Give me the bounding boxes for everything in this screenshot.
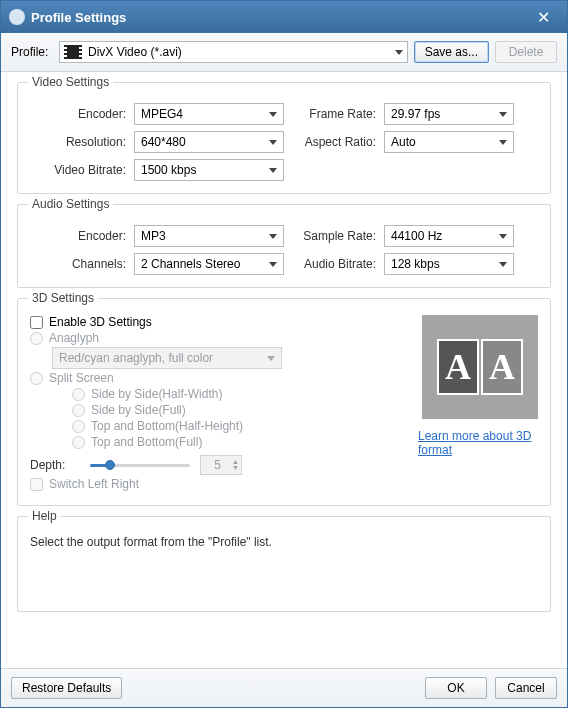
content-area: Video Settings Encoder: MPEG4 Frame Rate…	[1, 72, 567, 668]
sbs-full-radio: Side by Side(Full)	[72, 403, 402, 417]
tab-half-label: Top and Bottom(Half-Height)	[91, 419, 243, 433]
audio-encoder-combo[interactable]: MP3	[134, 225, 284, 247]
save-as-label: Save as...	[425, 45, 478, 59]
tab-half-input	[72, 420, 85, 433]
ok-label: OK	[447, 681, 464, 695]
profile-toolbar: Profile: DivX Video (*.avi) Save as... D…	[1, 33, 567, 72]
resolution-value: 640*480	[141, 135, 263, 149]
help-legend: Help	[28, 509, 61, 523]
aspect-combo[interactable]: Auto	[384, 131, 514, 153]
samplerate-label: Sample Rate:	[292, 229, 376, 243]
vbitrate-label: Video Bitrate:	[30, 163, 126, 177]
preview-a-left: A	[437, 339, 479, 395]
profile-select[interactable]: DivX Video (*.avi)	[59, 41, 408, 63]
sbs-half-label: Side by Side(Half-Width)	[91, 387, 222, 401]
ok-button[interactable]: OK	[425, 677, 487, 699]
restore-label: Restore Defaults	[22, 681, 111, 695]
audio-encoder-label: Encoder:	[30, 229, 126, 243]
enable-3d-label: Enable 3D Settings	[49, 315, 152, 329]
audio-settings-group: Audio Settings Encoder: MP3 Sample Rate:…	[17, 204, 551, 288]
video-encoder-combo[interactable]: MPEG4	[134, 103, 284, 125]
spinner-arrows: ▲▼	[232, 459, 239, 471]
app-icon	[9, 9, 25, 25]
depth-row: Depth: 5 ▲▼	[30, 455, 402, 475]
depth-slider[interactable]	[90, 457, 190, 473]
anaglyph-option: Red/cyan anaglyph, full color	[59, 351, 261, 365]
vbitrate-value: 1500 kbps	[141, 163, 263, 177]
sbs-full-input	[72, 404, 85, 417]
channels-combo[interactable]: 2 Channels Stereo	[134, 253, 284, 275]
framerate-value: 29.97 fps	[391, 107, 493, 121]
chevron-down-icon	[269, 168, 277, 173]
anaglyph-radio-input	[30, 332, 43, 345]
depth-value: 5	[203, 458, 232, 472]
chevron-down-icon	[499, 140, 507, 145]
split-radio: Split Screen	[30, 371, 402, 385]
depth-label: Depth:	[30, 458, 80, 472]
enable-3d-checkbox[interactable]	[30, 316, 43, 329]
cancel-button[interactable]: Cancel	[495, 677, 557, 699]
chevron-down-icon	[499, 112, 507, 117]
video-encoder-label: Encoder:	[30, 107, 126, 121]
anaglyph-option-wrap: Red/cyan anaglyph, full color	[52, 347, 402, 369]
anaglyph-radio: Anaglyph	[30, 331, 402, 345]
profile-label: Profile:	[11, 45, 53, 59]
learn-more-link[interactable]: Learn more about 3D format	[418, 429, 538, 457]
audio-encoder-value: MP3	[141, 229, 263, 243]
preview-a-right: A	[481, 339, 523, 395]
avi-icon	[64, 45, 82, 59]
video-legend: Video Settings	[28, 75, 113, 89]
three-d-settings-group: 3D Settings Enable 3D Settings Anaglyph …	[17, 298, 551, 506]
help-group: Help Select the output format from the "…	[17, 516, 551, 612]
chevron-down-icon	[267, 356, 275, 361]
sbs-half-input	[72, 388, 85, 401]
profile-value: DivX Video (*.avi)	[88, 45, 389, 59]
split-radio-input	[30, 372, 43, 385]
framerate-label: Frame Rate:	[292, 107, 376, 121]
resolution-combo[interactable]: 640*480	[134, 131, 284, 153]
close-button[interactable]: ✕	[527, 5, 559, 29]
sbs-half-radio: Side by Side(Half-Width)	[72, 387, 402, 401]
channels-value: 2 Channels Stereo	[141, 257, 263, 271]
channels-label: Channels:	[30, 257, 126, 271]
audio-legend: Audio Settings	[28, 197, 113, 211]
close-icon: ✕	[537, 8, 550, 27]
samplerate-value: 44100 Hz	[391, 229, 493, 243]
tab-full-label: Top and Bottom(Full)	[91, 435, 202, 449]
chevron-down-icon	[499, 234, 507, 239]
slider-thumb[interactable]	[105, 460, 115, 470]
chevron-down-icon	[395, 50, 403, 55]
framerate-combo[interactable]: 29.97 fps	[384, 103, 514, 125]
three-d-preview: A A	[422, 315, 538, 419]
samplerate-combo[interactable]: 44100 Hz	[384, 225, 514, 247]
abitrate-combo[interactable]: 128 kbps	[384, 253, 514, 275]
tab-full-input	[72, 436, 85, 449]
tab-full-radio: Top and Bottom(Full)	[72, 435, 402, 449]
enable-3d-check[interactable]: Enable 3D Settings	[30, 315, 402, 329]
sbs-full-label: Side by Side(Full)	[91, 403, 186, 417]
footer: Restore Defaults OK Cancel	[1, 668, 567, 707]
chevron-down-icon	[269, 262, 277, 267]
save-as-button[interactable]: Save as...	[414, 41, 489, 63]
three-d-right: A A Learn more about 3D format	[418, 313, 538, 493]
cancel-label: Cancel	[507, 681, 544, 695]
chevron-down-icon	[269, 140, 277, 145]
anaglyph-label: Anaglyph	[49, 331, 99, 345]
restore-defaults-button[interactable]: Restore Defaults	[11, 677, 122, 699]
depth-spinner: 5 ▲▼	[200, 455, 242, 475]
split-label: Split Screen	[49, 371, 114, 385]
three-d-left: Enable 3D Settings Anaglyph Red/cyan ana…	[30, 313, 402, 493]
switch-lr-label: Switch Left Right	[49, 477, 139, 491]
abitrate-label: Audio Bitrate:	[292, 257, 376, 271]
three-d-legend: 3D Settings	[28, 291, 98, 305]
aspect-label: Aspect Ratio:	[292, 135, 376, 149]
preview-aa: A A	[437, 339, 523, 395]
vbitrate-combo[interactable]: 1500 kbps	[134, 159, 284, 181]
window-title: Profile Settings	[31, 10, 527, 25]
dialog-window: Profile Settings ✕ Profile: DivX Video (…	[0, 0, 568, 708]
anaglyph-combo: Red/cyan anaglyph, full color	[52, 347, 282, 369]
tab-half-radio: Top and Bottom(Half-Height)	[72, 419, 402, 433]
chevron-down-icon	[499, 262, 507, 267]
abitrate-value: 128 kbps	[391, 257, 493, 271]
resolution-label: Resolution:	[30, 135, 126, 149]
